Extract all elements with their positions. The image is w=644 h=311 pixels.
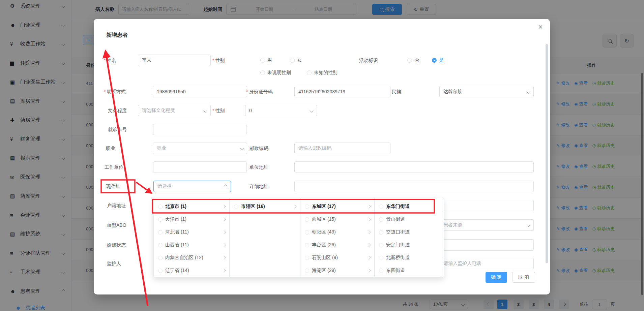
cascader-option-jingshan[interactable]: 景山街道 — [375, 213, 444, 226]
confirm-button[interactable]: 确 定 — [486, 272, 507, 283]
gender-radio-male[interactable]: 男 — [260, 55, 272, 66]
cascader-option-chaoyang[interactable]: 朝阳区 (43) — [300, 226, 374, 239]
radio-icon — [158, 256, 163, 260]
current-address-cascader[interactable]: 请选择 — [153, 181, 231, 192]
radio-icon — [260, 58, 265, 63]
cascader-option-dongcheng[interactable]: 东城区 (17) — [300, 200, 374, 213]
detail-address-label: 详细地址 — [250, 181, 268, 192]
cascader-option-jiaodaokou[interactable]: 交道口街道 — [375, 226, 444, 239]
education-select[interactable]: 请选择文化程度 — [138, 105, 211, 116]
chevron-right-icon — [293, 205, 296, 208]
name-input[interactable]: 牢大 — [138, 55, 211, 66]
modal-scrollbar[interactable] — [546, 44, 548, 263]
cascader-option-fengtai[interactable]: 丰台区 (26) — [300, 239, 374, 251]
cascader-option-xicheng[interactable]: 西城区 (15) — [300, 213, 374, 226]
occupation-select[interactable]: 职业 — [153, 143, 247, 154]
chevron-right-icon — [222, 269, 226, 272]
active-radio-yes[interactable]: 是 — [432, 55, 444, 66]
gender-radio-female[interactable]: 女 — [290, 55, 302, 66]
radio-icon — [379, 256, 383, 260]
id-number-label: *身份证号码 — [246, 86, 272, 97]
cascader-option-donghuamen[interactable]: 东华门街道 — [375, 200, 444, 213]
radio-icon — [379, 205, 383, 209]
household-address-label: 户籍地址 — [107, 200, 126, 211]
employer-address-input[interactable] — [294, 161, 534, 173]
radio-icon — [379, 217, 383, 222]
required-marker: * — [212, 108, 214, 113]
active-flag-label: 活动标识 — [359, 55, 378, 66]
cascader-option-shanxi[interactable]: 山西省 (11) — [154, 239, 229, 251]
gender2-label: *性别 — [212, 105, 225, 116]
radio-icon — [305, 205, 309, 209]
contact-label: *联系方式 — [104, 86, 125, 97]
card-number-label: 就诊卡号 — [108, 124, 127, 135]
ethnicity-label: 民族 — [392, 86, 401, 97]
cascader-city-column: 市辖区 (16) — [230, 198, 300, 277]
gender2-select[interactable]: 0 — [245, 105, 317, 116]
gender-radio-unstated[interactable]: 未说明性别 — [260, 67, 291, 79]
radio-icon — [305, 217, 309, 222]
marital-right-input[interactable] — [439, 239, 534, 251]
chevron-right-icon — [222, 205, 226, 208]
detail-address-input[interactable] — [294, 181, 534, 192]
name-label: *姓名 — [104, 55, 116, 66]
postcode-input[interactable]: 请输入邮政编码 — [294, 143, 390, 154]
chevron-right-icon — [367, 217, 371, 221]
radio-icon — [234, 205, 238, 209]
chevron-down-icon — [203, 108, 207, 112]
card-number-input[interactable] — [153, 124, 246, 135]
chevron-right-icon — [367, 256, 371, 259]
cascader-option-hebei[interactable]: 河北省 (11) — [154, 226, 229, 239]
employer-label: 工作单位 — [105, 161, 123, 173]
cancel-button[interactable]: 取 消 — [512, 272, 535, 283]
gender-radio-unknown[interactable]: 未知的性别 — [307, 67, 338, 79]
radio-icon — [290, 58, 295, 63]
contact-input[interactable]: 19880991650 — [153, 86, 247, 97]
gender-label: *性别 — [212, 55, 225, 66]
cascader-option-tianjin[interactable]: 天津市 (1) — [154, 213, 229, 226]
cascader-option-beixinqiao[interactable]: 北新桥街道 — [375, 251, 444, 264]
active-radio-no[interactable]: 否 — [407, 55, 419, 66]
ethnicity-select[interactable]: 达斡尔族 — [439, 86, 534, 97]
employer-input[interactable] — [153, 161, 247, 173]
postcode-label: 邮政编码 — [250, 143, 268, 154]
cascader-option-dongsi[interactable]: 东四街道 — [375, 264, 444, 277]
chevron-right-icon — [367, 269, 371, 272]
radio-icon — [158, 217, 163, 222]
cascader-option-beijing[interactable]: 北京市 (1) — [154, 200, 229, 213]
cascader-option-andingmen[interactable]: 安定门街道 — [375, 239, 444, 251]
cascader-option-neimenggu[interactable]: 内蒙古自治区 (12) — [154, 251, 229, 264]
chevron-right-icon — [222, 243, 226, 247]
cascader-option-haidian[interactable]: 海淀区 (29) — [300, 264, 374, 277]
chevron-down-icon — [240, 146, 243, 150]
radio-icon — [158, 230, 163, 235]
radio-icon — [379, 230, 383, 235]
id-number-input[interactable]: 411625192602039719 — [294, 86, 390, 97]
cascader-option-shijingshan[interactable]: 石景山区 (9) — [300, 251, 374, 264]
add-patient-modal: 新增患者 × *姓名 牢大 *性别 男 女 活动标识 否 是 未说明性别 未知的… — [94, 19, 550, 294]
chevron-down-icon — [526, 90, 530, 93]
chevron-right-icon — [367, 230, 371, 234]
chevron-right-icon — [222, 256, 226, 259]
education-label: 文化程度 — [108, 105, 127, 116]
cascader-option-liaoning[interactable]: 辽宁省 (14) — [154, 264, 229, 277]
chevron-down-icon — [526, 223, 530, 227]
patient-source-select[interactable]: 患者来源 — [439, 219, 534, 231]
radio-icon — [305, 230, 309, 235]
modal-title: 新增患者 — [106, 32, 128, 39]
chevron-right-icon — [367, 205, 371, 208]
chevron-down-icon — [310, 108, 313, 112]
cascader-province-column: 北京市 (1) 天津市 (1) 河北省 (11) 山西省 (11) 内蒙古自治区… — [154, 198, 230, 277]
radio-icon — [158, 243, 163, 247]
radio-icon — [379, 243, 383, 247]
required-marker: * — [246, 89, 248, 94]
chevron-right-icon — [222, 230, 226, 234]
radio-checked-icon — [432, 58, 437, 63]
required-marker: * — [104, 58, 106, 63]
radio-icon — [307, 70, 312, 75]
employer-address-label: 单位地址 — [250, 161, 268, 173]
close-icon[interactable]: × — [538, 23, 543, 31]
cascader-option-shixiaqu[interactable]: 市辖区 (16) — [230, 200, 300, 213]
address-cascader-panel: 北京市 (1) 天津市 (1) 河北省 (11) 山西省 (11) 内蒙古自治区… — [153, 198, 444, 277]
guardian-phone-input[interactable]: 请输入监护人电话 — [439, 258, 534, 269]
